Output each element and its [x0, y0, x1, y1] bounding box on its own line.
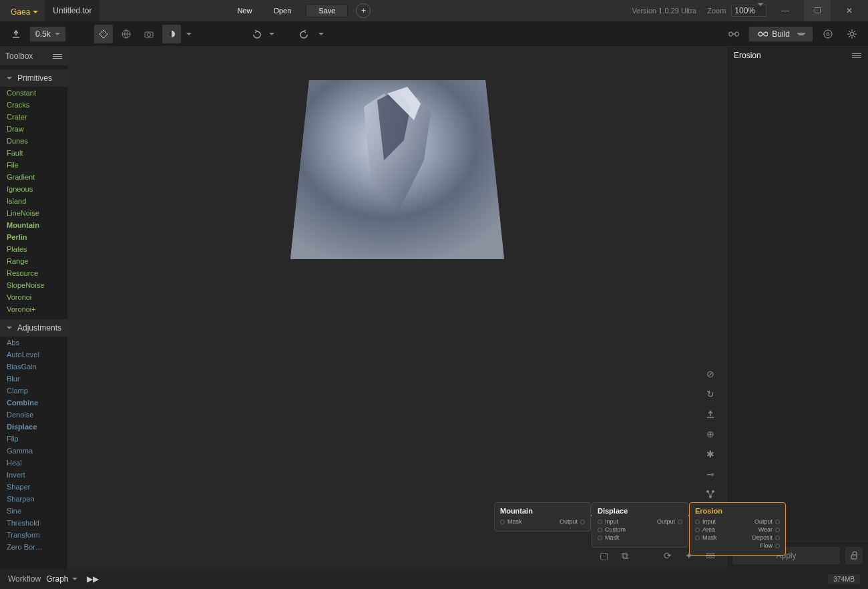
status-bar: Workflow Graph ▶▶ 374MB: [0, 569, 868, 589]
graph-node-mountain[interactable]: Mountain Mask Output: [494, 502, 591, 532]
title-bar: Gaea Untitled.tor New Open Save + Versio…: [0, 0, 868, 21]
upload-icon[interactable]: [704, 407, 717, 421]
maximize-button[interactable]: ☐: [804, 0, 831, 21]
app-brand[interactable]: Gaea: [0, 5, 45, 17]
add-button[interactable]: +: [356, 3, 371, 18]
svg-point-6: [824, 30, 832, 38]
gear-icon[interactable]: [843, 25, 861, 43]
minimize-button[interactable]: —: [772, 0, 799, 21]
node-shaper[interactable]: Shaper: [0, 481, 67, 493]
globe-icon[interactable]: [117, 25, 136, 43]
node-gradient[interactable]: Gradient: [0, 171, 67, 183]
lock-icon[interactable]: [845, 547, 863, 564]
node-threshold[interactable]: Threshold: [0, 517, 67, 529]
frames-icon[interactable]: ⧉: [618, 549, 632, 562]
node-autolevel[interactable]: AutoLevel: [0, 349, 67, 361]
node-dunes[interactable]: Dunes: [0, 135, 67, 147]
node-slopenoise[interactable]: SlopeNoise: [0, 279, 67, 291]
graph-node-displace[interactable]: Displace Input Output Custom Mask: [592, 502, 688, 548]
node-clamp[interactable]: Clamp: [0, 385, 67, 397]
redo-icon[interactable]: [296, 25, 314, 43]
chevron-down-icon[interactable]: [797, 33, 806, 35]
chevron-down-icon: [33, 11, 38, 13]
node-cracks[interactable]: Cracks: [0, 99, 67, 111]
node-range[interactable]: Range: [0, 255, 67, 267]
frame-icon[interactable]: ▢: [597, 549, 610, 562]
viewport[interactable]: ⊘ ↻ ⊕ ✱ ⊸ ⤭ Mountain Mask Output Displac…: [68, 47, 726, 569]
chevron-down-icon[interactable]: [186, 33, 192, 35]
node-constant[interactable]: Constant: [0, 87, 67, 99]
menu-icon[interactable]: [852, 53, 861, 58]
refresh-icon[interactable]: ↻: [704, 387, 717, 401]
main-toolbar: 0.5k Build: [0, 21, 868, 47]
graph-tools: ▢ ⧉ ⟳ ✦: [597, 549, 717, 562]
node-graph[interactable]: Mountain Mask Output Displace Input Outp…: [68, 455, 726, 562]
version-label: Version 1.0.29 Ultra: [632, 7, 697, 15]
menu-icon[interactable]: [53, 54, 62, 59]
save-button[interactable]: Save: [306, 4, 348, 17]
node-transform[interactable]: Transform: [0, 529, 67, 541]
workflow-label: Workflow: [8, 574, 41, 584]
node-voronoi[interactable]: Voronoi+: [0, 303, 67, 315]
node-plates[interactable]: Plates: [0, 243, 67, 255]
zoom-label: Zoom: [707, 7, 726, 15]
undo-icon[interactable]: [246, 25, 265, 43]
node-resource[interactable]: Resource: [0, 267, 67, 279]
zoom-select[interactable]: 100%: [731, 5, 767, 17]
node-voronoi[interactable]: Voronoi: [0, 291, 67, 303]
new-menu[interactable]: New: [226, 0, 262, 21]
svg-rect-14: [851, 555, 857, 559]
svg-point-7: [827, 33, 829, 35]
crosshair-icon[interactable]: ⊕: [704, 427, 717, 441]
orbit-icon[interactable]: [94, 25, 113, 43]
node-perlin[interactable]: Perlin: [0, 231, 67, 243]
chevron-down-icon[interactable]: [269, 33, 274, 35]
category-primitives[interactable]: Primitives: [0, 69, 67, 87]
category-adjustments[interactable]: Adjustments: [0, 319, 67, 337]
node-abs[interactable]: Abs: [0, 337, 67, 349]
node-igneous[interactable]: Igneous: [0, 183, 67, 195]
node-biasgain[interactable]: BiasGain: [0, 361, 67, 373]
node-combine[interactable]: Combine: [0, 397, 67, 409]
node-gamma[interactable]: Gamma: [0, 445, 67, 457]
camera-icon[interactable]: [140, 25, 158, 43]
chevron-down-icon[interactable]: [72, 578, 77, 580]
node-heal[interactable]: Heal: [0, 457, 67, 469]
sync-icon[interactable]: ⟳: [661, 549, 674, 562]
menu-icon[interactable]: [704, 549, 717, 562]
node-fault[interactable]: Fault: [0, 147, 67, 159]
node-island[interactable]: Island: [0, 195, 67, 207]
export-icon[interactable]: [7, 25, 25, 43]
shade-icon[interactable]: [162, 25, 181, 43]
node-linenoise[interactable]: LineNoise: [0, 207, 67, 219]
mode-select[interactable]: Graph: [46, 574, 68, 584]
resolution-select[interactable]: 0.5k: [29, 26, 66, 42]
svg-point-2: [147, 33, 150, 36]
svg-rect-5: [735, 32, 738, 36]
node-crater[interactable]: Crater: [0, 111, 67, 123]
node-sine[interactable]: Sine: [0, 505, 67, 517]
target-icon[interactable]: [819, 25, 837, 43]
node-invert[interactable]: Invert: [0, 469, 67, 481]
node-draw[interactable]: Draw: [0, 123, 67, 135]
disable-icon[interactable]: ⊘: [704, 367, 717, 381]
file-tab[interactable]: Untitled.tor: [45, 0, 99, 21]
node-flip[interactable]: Flip: [0, 433, 67, 445]
node-blur[interactable]: Blur: [0, 373, 67, 385]
node-displace[interactable]: Displace: [0, 421, 67, 433]
chevron-down-icon[interactable]: [318, 33, 324, 35]
graph-node-erosion[interactable]: Erosion Input Output Area Wear Mask Depo…: [689, 502, 786, 556]
node-zerobor[interactable]: Zero Bor…: [0, 541, 67, 553]
node-mountain[interactable]: Mountain: [0, 219, 67, 231]
link-icon[interactable]: [724, 25, 743, 43]
fastforward-icon[interactable]: ▶▶: [87, 574, 99, 584]
close-button[interactable]: ✕: [836, 0, 863, 21]
properties-title: Erosion: [734, 51, 761, 60]
svg-rect-4: [729, 32, 732, 36]
build-button[interactable]: Build: [748, 26, 813, 42]
node-denoise[interactable]: Denoise: [0, 409, 67, 421]
spark-icon[interactable]: ✦: [682, 549, 696, 562]
node-sharpen[interactable]: Sharpen: [0, 493, 67, 505]
open-menu[interactable]: Open: [262, 0, 302, 21]
node-file[interactable]: File: [0, 159, 67, 171]
